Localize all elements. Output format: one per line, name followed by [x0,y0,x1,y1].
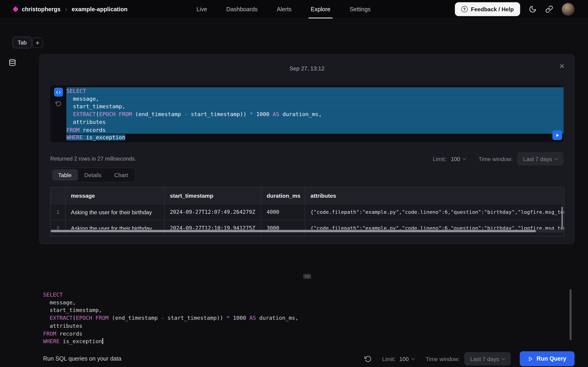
sql-line: message, [43,299,574,307]
nav-item-dashboards[interactable]: Dashboards [226,0,258,18]
chevron-down-icon [554,156,558,160]
cell-duration-ms: 4000 [261,204,305,220]
left-sidebar [9,59,16,66]
breadcrumb-org[interactable]: christophergs [22,6,61,12]
sql-line: FROM records [66,126,564,134]
footer-controls: Limit: 100 Time window: Last 7 days Run … [364,351,574,366]
run-query-button[interactable]: Run Query [519,351,574,366]
table-header-row: message start_timestamp duration_ms attr… [51,187,564,204]
breadcrumb-project[interactable]: example-application [72,6,128,12]
header-start-timestamp: start_timestamp [165,187,261,204]
feedback-help-label: Feedback / Help [471,6,514,12]
play-icon [528,356,533,361]
executed-sql-text[interactable]: SELECT message, start_timestamp, EXTRACT… [66,85,564,142]
history-icon[interactable] [364,355,372,362]
query-gutter [50,85,66,142]
tab-table[interactable]: Table [52,169,78,181]
editor-vertical-scrollbar[interactable] [570,289,571,340]
limit-select[interactable]: 100 [451,156,466,162]
nav-item-explore[interactable]: Explore [311,0,330,18]
feedback-help-button[interactable]: ? Feedback / Help [455,2,520,16]
cell-attributes: {"code.filepath":"example.py","code.line… [305,204,564,220]
logo-diamond-icon[interactable] [13,6,18,12]
tab-details[interactable]: Details [78,169,108,181]
sql-line: EXTRACT(EPOCH FROM (end_timestamp - star… [66,110,564,118]
breadcrumb: christophergs › example-application [14,0,128,18]
header-message: message [66,187,165,204]
tab-chart[interactable]: Chart [108,169,134,181]
chevron-down-icon [411,356,415,360]
link-icon[interactable] [545,5,553,13]
cell-row-number: 1 [51,204,65,220]
table-row[interactable]: 2Asking the user for their birthday2024-… [51,220,564,236]
cell-message: Asking the user for their birthday [66,220,165,236]
tab-button[interactable]: Tab [12,37,32,48]
nav-item-settings[interactable]: Settings [350,0,371,18]
top-navbar: christophergs › example-application Live… [0,0,588,19]
result-status-row: Returned 2 rows in 27 milliseconds. Limi… [50,152,564,166]
header-duration-ms: duration_ms [261,187,305,204]
result-controls: Limit: 100 Time window: Last 7 days [433,152,564,166]
nav-item-alerts[interactable]: Alerts [277,0,292,18]
cell-start-timestamp: 2024-09-27T12:10:19.941275Z [165,220,261,236]
table-vertical-scrollbar[interactable] [561,207,563,227]
header-row-number [51,187,65,204]
sql-line: start_timestamp, [43,307,574,314]
cell-attributes: {"code.filepath":"example.py","code.line… [305,220,564,236]
primary-nav: Live Dashboards Alerts Explore Settings [197,0,371,18]
avatar[interactable] [562,3,575,16]
moon-icon[interactable] [529,5,536,13]
add-tab-button[interactable]: + [32,37,43,48]
cell-message: Asking the user for their birthday [66,204,165,220]
editor-sql-text[interactable]: SELECT message, start_timestamp, EXTRACT… [39,288,574,345]
time-window-select[interactable]: Last 7 days [517,152,564,166]
history-icon[interactable] [55,101,61,107]
result-status: Returned 2 rows in 27 milliseconds. [50,156,136,162]
footer-time-window-select[interactable]: Last 7 days [464,352,510,366]
footer-time-window-label: Time window: [426,356,460,362]
sql-line: start_timestamp, [66,103,564,110]
text-caret [103,338,103,344]
limit-label: Limit: [433,156,447,162]
cell-start-timestamp: 2024-09-27T12:07:49.264279Z [165,204,261,220]
executed-query-block: SELECT message, start_timestamp, EXTRACT… [50,85,564,142]
sql-line: attributes [66,118,564,126]
sql-line: EXTRACT(EPOCH FROM (end_timestamp - star… [43,314,574,322]
cell-row-number: 2 [51,220,65,236]
breadcrumb-separator: › [65,6,67,13]
question-circle-icon: ? [461,6,468,12]
footer-bar: Run SQL queries on your data Limit: 100 … [0,350,588,367]
chevron-down-icon [463,156,466,160]
sql-line: attributes [43,322,574,330]
sql-editor[interactable]: SELECT message, start_timestamp, EXTRACT… [39,288,574,350]
close-icon[interactable] [559,63,565,69]
footer-limit-label: Limit: [382,356,396,362]
query-result-card: Sep 27, 13:12 SELECT message, start_time… [39,54,574,244]
sql-line: SELECT [66,87,564,95]
table-horizontal-scrollbar [50,230,564,233]
sql-line: FROM records [43,330,574,338]
grip-icon [304,275,310,278]
sql-line: message, [66,95,564,103]
time-window-label: Time window: [478,156,513,162]
database-icon[interactable] [9,59,16,66]
view-tabs: Table Details Chart [50,168,136,182]
play-icon[interactable] [552,130,562,140]
page: christophergs › example-application Live… [0,0,588,367]
cell-duration-ms: 3000 [261,220,305,236]
result-timestamp: Sep 27, 13:12 [40,65,574,72]
sql-line: WHERE is_exception [66,134,564,142]
splitter-handle[interactable] [303,274,311,279]
chevron-down-icon [502,356,505,360]
footer-limit-select[interactable]: 100 [399,356,414,362]
run-query-label: Run Query [536,355,566,362]
results-table: message start_timestamp duration_ms attr… [50,187,564,236]
nav-item-live[interactable]: Live [197,0,207,18]
table-horizontal-scrollbar-thumb[interactable] [51,230,536,232]
editor-hint: Run SQL queries on your data [43,355,121,362]
navbar-actions: ? Feedback / Help [455,0,574,18]
sql-line: SELECT [43,291,574,299]
sql-line: WHERE is_exception [43,337,574,345]
table-row[interactable]: 1Asking the user for their birthday2024-… [51,204,564,220]
code-icon[interactable] [54,88,63,97]
